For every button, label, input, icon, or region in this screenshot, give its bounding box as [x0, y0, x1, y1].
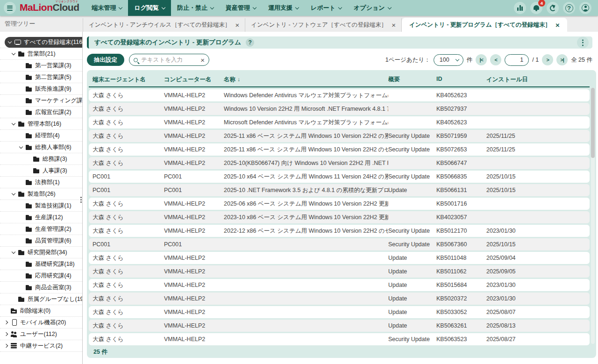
- close-icon[interactable]: ×: [392, 21, 396, 29]
- tree-node-icon: [14, 39, 21, 45]
- last-page-button[interactable]: >|: [556, 54, 568, 65]
- table-row[interactable]: 大森 さくら VMMAL-HELP2 2025-10(KB5066747) 向け…: [89, 157, 590, 169]
- page-number-input[interactable]: [505, 54, 529, 66]
- column-header-id[interactable]: ID: [436, 76, 486, 84]
- table-row[interactable]: 大森 さくら VMMAL-HELP2 Windows Defender Anti…: [89, 89, 590, 101]
- table-row[interactable]: 大森 さくら VMMAL-HELP2 Windows 10 Version 22…: [89, 103, 590, 115]
- tree-item[interactable]: 品質管理課(6): [0, 235, 82, 247]
- table-row[interactable]: 大森 さくら VMMAL-HELP2 2023-10 x86 ベース システム用…: [89, 211, 590, 223]
- sidebar-resize-handle[interactable]: [79, 194, 83, 205]
- tab-inventory-antivirus[interactable]: インベントリ - アンチウイルス［すべての登録端末］ ×: [83, 18, 245, 32]
- close-icon[interactable]: ×: [235, 21, 240, 29]
- refresh-button[interactable]: [547, 2, 559, 14]
- cell-id: KB5020372: [436, 295, 486, 302]
- table-row[interactable]: 大森 さくら VMMAL-HELP2 Security Update KB506…: [89, 333, 590, 345]
- tree-item[interactable]: マーケティング課(2): [0, 95, 82, 107]
- table-row[interactable]: 大森 さくら VMMAL-HELP2 2025-11 x86 ベース システム用…: [89, 130, 590, 142]
- tree-expander-icon[interactable]: [12, 191, 15, 195]
- tree-item[interactable]: 生産課(12): [0, 212, 82, 223]
- scrollbar-thumb[interactable]: [591, 88, 595, 158]
- tree-item[interactable]: 研究開発部(34): [0, 247, 82, 258]
- table-row[interactable]: PC001 PC001 Security Update KB5067360 20…: [89, 238, 590, 250]
- column-header-install-date[interactable]: インストール日: [486, 76, 590, 84]
- nav-menu-item[interactable]: ログ閲覧: [128, 0, 171, 16]
- table-row[interactable]: PC001 PC001 2025-10 x64 ベース システム用 Window…: [89, 171, 590, 183]
- tree-item[interactable]: 削除端末(0): [0, 305, 82, 317]
- close-icon[interactable]: ×: [555, 21, 560, 29]
- tree-item[interactable]: 応用研究課(4): [0, 270, 82, 282]
- notifications-button[interactable]: 4: [530, 2, 542, 14]
- nav-menu-item[interactable]: レポート: [305, 0, 348, 16]
- table-row[interactable]: 大森 さくら VMMAL-HELP2 2025-11 x86 ベース システム用…: [89, 143, 590, 156]
- nav-menu-item[interactable]: 資産管理: [220, 0, 262, 16]
- tree-item[interactable]: 経理部(4): [0, 130, 82, 142]
- table-scrollbar[interactable]: [591, 88, 595, 344]
- tree-item[interactable]: 管理本部(16): [0, 118, 82, 130]
- cell-agent: 大森 さくら: [93, 295, 164, 303]
- tab-inventory-software[interactable]: インベントリ - ソフトウェア［すべての登録端末］ ×: [245, 18, 402, 32]
- clear-search-icon[interactable]: ×: [200, 57, 205, 64]
- column-header-summary[interactable]: 概要: [388, 76, 436, 84]
- tree-item[interactable]: ユーザー(112): [0, 328, 82, 340]
- prev-page-button[interactable]: <: [490, 54, 501, 65]
- next-page-button[interactable]: >: [542, 54, 553, 65]
- nav-menu-item[interactable]: オプション: [348, 0, 397, 16]
- tree-item[interactable]: 製造部(26): [0, 188, 82, 200]
- tree-expander-icon[interactable]: [4, 321, 8, 324]
- chevron-down-icon: [295, 5, 299, 9]
- column-header-agent[interactable]: 端末エージェント名: [93, 76, 164, 84]
- kebab-menu-button[interactable]: [577, 37, 589, 49]
- tree-item[interactable]: 広報宣伝課(2): [0, 107, 82, 118]
- first-page-button[interactable]: |<: [476, 54, 487, 65]
- help-icon[interactable]: ?: [246, 38, 254, 47]
- tree-item[interactable]: 人事課(3): [0, 165, 82, 177]
- stats-icon-button[interactable]: [514, 2, 526, 14]
- nav-menu-item[interactable]: 端末管理: [85, 0, 128, 16]
- table-row[interactable]: 大森 さくら VMMAL-HELP2 Update KB5011062 2025…: [89, 265, 590, 278]
- table-row[interactable]: 大森 さくら VMMAL-HELP2 2022-12 x86 ベース システム用…: [89, 225, 590, 237]
- table-row[interactable]: PC001 PC001 2025-10 .NET Framework 3.5 お…: [89, 184, 590, 196]
- hamburger-menu-icon[interactable]: [4, 2, 16, 14]
- table-row[interactable]: 大森 さくら VMMAL-HELP2 Microsoft Defender An…: [89, 116, 590, 128]
- tree-item[interactable]: 製造技術課(1): [0, 200, 82, 212]
- cell-name: 2025-11 x86 ベース システム用 Windows 10 Version…: [224, 146, 388, 154]
- tree-expander-icon[interactable]: [12, 51, 15, 55]
- tree-item[interactable]: 中継サービス(2): [0, 340, 82, 352]
- tree-item[interactable]: 所属グループなし(19): [0, 293, 82, 305]
- tree-expander-icon[interactable]: [8, 39, 12, 43]
- tree-item[interactable]: 第一営業課(3): [0, 60, 82, 71]
- tree-item[interactable]: 販売推進課(9): [0, 83, 82, 95]
- tree-item[interactable]: 法務部(1): [0, 177, 82, 188]
- extract-settings-button[interactable]: 抽出設定: [87, 54, 124, 66]
- tree-item[interactable]: 総務課(3): [0, 153, 82, 165]
- tree-expander-icon[interactable]: [4, 344, 8, 348]
- tree-expander-icon[interactable]: [19, 144, 23, 148]
- tree-expander-icon[interactable]: [4, 332, 8, 336]
- tab-inventory-updates[interactable]: インベントリ - 更新プログラム［すべての登録端末］ ×: [402, 18, 567, 32]
- tree-expander-icon[interactable]: [12, 121, 15, 125]
- column-header-computer[interactable]: コンピューター名: [164, 76, 224, 84]
- table-row[interactable]: 大森 さくら VMMAL-HELP2 2025-06 x86 ベース システム用…: [89, 198, 590, 210]
- column-header-name[interactable]: 名称↓: [224, 76, 388, 84]
- table-row[interactable]: 大森 さくら VMMAL-HELP2 Update KB5015684 2023…: [89, 279, 590, 291]
- tree-item[interactable]: モバイル機器(20): [0, 317, 82, 328]
- tree-item[interactable]: すべての登録端末(116): [0, 36, 82, 48]
- tree-item[interactable]: 総務人事部(6): [0, 142, 82, 153]
- tree-item[interactable]: 営業部(21): [0, 48, 82, 60]
- nav-menu-item[interactable]: 防止・禁止: [171, 0, 220, 16]
- search-input[interactable]: [141, 57, 197, 63]
- table-row[interactable]: 大森 さくら VMMAL-HELP2 Update KB5033052 2025…: [89, 306, 590, 318]
- nav-menu-item[interactable]: 運用支援: [262, 0, 305, 16]
- per-page-select[interactable]: 100: [434, 54, 463, 66]
- help-button[interactable]: ?: [563, 2, 575, 14]
- table-row[interactable]: 大森 さくら VMMAL-HELP2 Update KB5063261 2025…: [89, 320, 590, 332]
- table-row[interactable]: 大森 さくら VMMAL-HELP2 Update KB5011048 2025…: [89, 252, 590, 264]
- tree-expander-icon[interactable]: [12, 250, 15, 253]
- tree-item[interactable]: 基礎研究課(18): [0, 258, 82, 270]
- table-row[interactable]: 大森 さくら VMMAL-HELP2 Update KB5020372 2023…: [89, 293, 590, 305]
- tree-item[interactable]: 第二営業課(5): [0, 71, 82, 83]
- account-button[interactable]: [579, 2, 591, 14]
- tree-item[interactable]: 商品企画室(3): [0, 282, 82, 293]
- tree-item[interactable]: 生産管理課(2): [0, 223, 82, 235]
- tree-node-icon: [11, 343, 17, 349]
